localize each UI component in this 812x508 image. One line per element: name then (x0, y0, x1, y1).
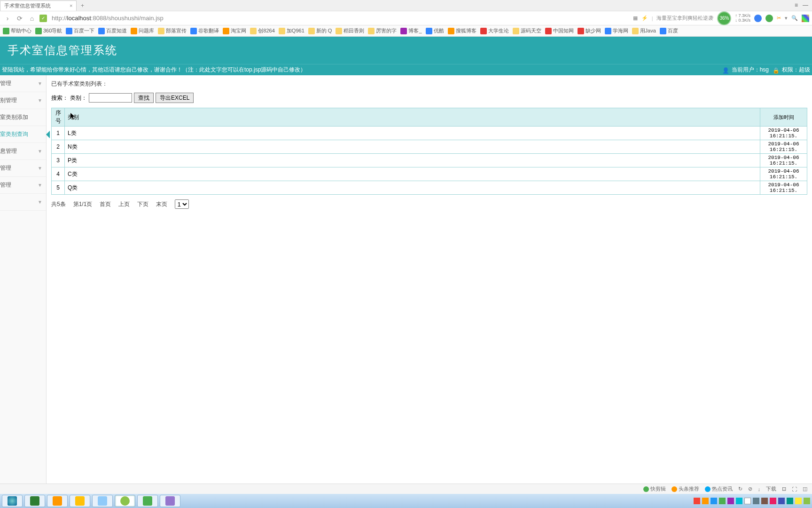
chevron-down-icon: ▼ (38, 98, 42, 103)
bookmark-icon (605, 28, 611, 34)
pager-next[interactable]: 下页 (137, 200, 148, 208)
table-row[interactable]: 1L类2019-04-06 16:21:15. (52, 127, 807, 140)
status-hotnews[interactable]: 热点资讯 (705, 485, 733, 492)
sidebar-item[interactable]: 管理▼ (0, 75, 46, 92)
bookmark-item[interactable]: 百度一下 (66, 27, 94, 34)
status-toutiao[interactable]: 头条推荐 (671, 485, 699, 492)
bookmark-item[interactable]: 百度 (660, 27, 678, 34)
promo-text[interactable]: 海量至宝拿到爽轻松逆袭 (656, 15, 713, 22)
sidebar-icon[interactable]: ◫ (803, 486, 807, 492)
sidebar-item[interactable]: 管理▼ (0, 160, 46, 177)
menu-icon[interactable]: ≡ (795, 2, 798, 8)
pager-page: 第1/1页 (73, 200, 93, 208)
ext-icon[interactable] (754, 15, 762, 22)
pager-first[interactable]: 首页 (100, 200, 111, 208)
bookmark-item[interactable]: 用Java (632, 27, 656, 34)
scissors-icon[interactable]: ✂ (777, 15, 781, 21)
table-row[interactable]: 4C类2019-04-06 16:21:15. (52, 167, 807, 181)
cell-time: 2019-04-06 16:21:15. (760, 181, 807, 195)
search-icon[interactable]: 🔍 (791, 15, 798, 21)
performance-badge[interactable]: 36% (717, 11, 731, 25)
pager-select[interactable]: 1 (175, 199, 189, 209)
bookmark-item[interactable]: 360导航 (35, 27, 62, 34)
pager-last[interactable]: 末页 (156, 200, 167, 208)
sidebar: 管理▼别管理▼室类别添加室类别查询息管理▼管理▼管理▼▼ (0, 75, 47, 494)
browser-tab[interactable]: 手术室信息管理系统 × (0, 0, 77, 11)
pager: 共5条 第1/1页 首页 上页 下页 末页 1 (51, 199, 807, 209)
pager-total: 共5条 (51, 200, 66, 208)
bookmark-icon (98, 28, 105, 34)
new-tab-button[interactable]: + (77, 2, 88, 9)
bookmark-item[interactable]: 淘宝网 (223, 27, 246, 34)
sidebar-item[interactable]: 室类别查询 (0, 126, 46, 143)
sidebar-item[interactable]: ▼ (0, 194, 46, 211)
status-kuaijianji[interactable]: 快剪辑 (643, 485, 666, 492)
sidebar-item[interactable]: 管理▼ (0, 177, 46, 194)
export-button[interactable]: 导出EXCEL (156, 93, 194, 103)
pip-icon[interactable]: ⊡ (782, 486, 786, 492)
bookmark-item[interactable]: 学海网 (605, 27, 628, 34)
bookmark-icon (578, 28, 584, 34)
category-input[interactable] (89, 93, 132, 103)
bookmarks-bar: 帮助中心360导航百度一下百度知道问题库部落宣传谷歌翻译淘宝网创8264加Q96… (0, 25, 812, 37)
bookmark-item[interactable]: 部落宣传 (158, 27, 187, 34)
bookmark-item[interactable]: 优酷 (426, 27, 444, 34)
window-controls: ≡ — (791, 0, 812, 10)
bookmark-item[interactable]: 大学生论 (480, 27, 509, 34)
table-row[interactable]: 2N类2019-04-06 16:21:15. (52, 140, 807, 154)
cell-category: N类 (65, 140, 760, 154)
bookmark-item[interactable]: 缺少网 (578, 27, 601, 34)
expand-icon[interactable]: ⛶ (792, 486, 797, 492)
field-label: 类别： (70, 94, 87, 102)
refresh-icon[interactable]: ↻ (738, 486, 742, 492)
lightning-icon[interactable]: ⚡ (641, 15, 648, 21)
bookmark-item[interactable]: 博客_ (400, 27, 422, 34)
current-role: 超级 (799, 66, 810, 73)
table-row[interactable]: 3P类2019-04-06 16:21:15. (52, 154, 807, 167)
cell-time: 2019-04-06 16:21:15. (760, 167, 807, 181)
sidebar-item[interactable]: 息管理▼ (0, 143, 46, 160)
bookmark-item[interactable]: 百度知道 (98, 27, 127, 34)
sidebar-item-label: 管理 (0, 79, 11, 87)
bookmark-item[interactable]: 中国知网 (545, 27, 574, 34)
download-label[interactable]: 下载 (766, 485, 776, 492)
bookmark-item[interactable]: 新的 Q (308, 27, 332, 34)
camera-icon[interactable]: ▾ (785, 15, 788, 21)
bookmark-item[interactable]: 稻田香则 (336, 27, 364, 34)
mute-icon[interactable]: ⊘ (748, 486, 752, 492)
reload-button[interactable]: ⟳ (15, 14, 24, 23)
cell-category: P类 (65, 154, 760, 167)
bookmark-item[interactable]: 加Q961 (279, 27, 304, 34)
table-row[interactable]: 5Q类2019-04-06 16:21:15. (52, 181, 807, 195)
close-icon[interactable]: × (70, 3, 72, 8)
network-stats: ↑ 7.3K/s ↓ 0.3K/s (735, 14, 750, 23)
grid-icon[interactable] (802, 15, 809, 22)
bookmark-item[interactable]: 创8264 (250, 27, 274, 34)
qr-icon[interactable]: ▦ (633, 15, 638, 21)
bookmark-icon (368, 28, 375, 34)
bookmark-item[interactable]: 源码天空 (513, 27, 541, 34)
minimize-icon[interactable]: — (803, 2, 808, 8)
browser-tab-strip: 手术室信息管理系统 × + ≡ — (0, 0, 812, 11)
sidebar-item-label: 管理 (0, 164, 11, 172)
bookmark-icon (480, 28, 487, 34)
bookmark-item[interactable]: 帮助中心 (3, 27, 31, 34)
bookmark-item[interactable]: 谷歌翻译 (190, 27, 219, 34)
sidebar-item[interactable]: 室类别添加 (0, 109, 46, 126)
browser-status-bar: 快剪辑 头条推荐 热点资讯 ↻ ⊘ ↓ 下载 ⊡ ⛶ ◫ (0, 484, 812, 494)
search-button[interactable]: 查找 (134, 93, 154, 103)
bookmark-item[interactable]: 厉害的字 (368, 27, 397, 34)
data-table: 序号 类别 添加时间 1L类2019-04-06 16:21:15.2N类201… (51, 108, 807, 195)
download-icon[interactable]: ↓ (758, 486, 761, 492)
pager-prev[interactable]: 上页 (118, 200, 130, 208)
search-label: 搜索： (51, 94, 68, 102)
url-display[interactable]: http://localhost:8088/shoushushi/main.js… (50, 15, 630, 22)
bookmark-icon (3, 28, 9, 34)
home-button[interactable]: ⌂ (27, 14, 37, 23)
bookmark-item[interactable]: 问题库 (131, 27, 154, 34)
ext-icon[interactable] (765, 15, 773, 22)
bookmark-item[interactable]: 搜狐博客 (448, 27, 476, 34)
forward-button[interactable]: › (3, 14, 12, 23)
sidebar-item[interactable]: 别管理▼ (0, 92, 46, 109)
shield-icon[interactable]: ✓ (39, 15, 47, 22)
